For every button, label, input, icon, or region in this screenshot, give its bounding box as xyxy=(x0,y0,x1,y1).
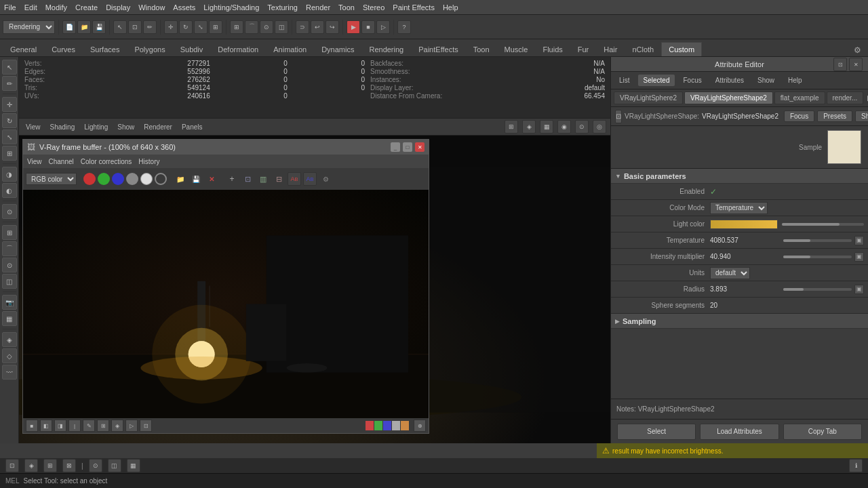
fb-outline-btn[interactable] xyxy=(155,173,167,185)
menu-display[interactable]: Display xyxy=(106,3,130,12)
fb-restore-btn[interactable]: □ xyxy=(403,142,412,152)
snap-view-btn2[interactable]: ◫ xyxy=(2,274,17,289)
fb-status-btn9[interactable]: ⊡ xyxy=(140,420,152,432)
fb-clear-btn[interactable]: ✕ xyxy=(205,172,218,186)
ae-load-attributes-btn[interactable]: Load Attributes xyxy=(700,424,778,440)
new-file-btn[interactable]: 📄 xyxy=(62,20,76,34)
fb-green-channel-btn[interactable] xyxy=(98,173,110,185)
menu-render[interactable]: Render xyxy=(306,3,330,12)
ae-section-sampling[interactable]: ▶ Sampling xyxy=(611,314,868,329)
tab-subdiv[interactable]: Subdiv xyxy=(173,42,211,56)
ae-intensity-slider[interactable] xyxy=(783,256,852,258)
vp-icon5[interactable]: ⊙ xyxy=(575,120,589,134)
fb-status-btn3[interactable]: ◨ xyxy=(54,420,66,432)
bottom-info-btn[interactable]: ℹ xyxy=(849,459,863,472)
viewport-content[interactable]: Y Z X 🖼 V-Ray frame buffer - (100% of 64… xyxy=(19,136,610,443)
fb-folder-btn[interactable]: 📁 xyxy=(174,172,187,186)
ae-node-tab-1[interactable]: VRayLightSphereShape2 xyxy=(684,92,773,104)
fb-white-balance-btn[interactable] xyxy=(140,173,153,185)
fb-menu-history[interactable]: History xyxy=(138,158,159,165)
vp-icon4[interactable]: ◉ xyxy=(557,120,571,134)
vp-view-btn[interactable]: View xyxy=(23,122,43,132)
undo-btn[interactable]: ↩ xyxy=(311,20,324,34)
ae-focus-btn[interactable]: Focus xyxy=(784,110,814,122)
camera-btn[interactable]: 📷 xyxy=(2,295,17,310)
bottom-icon4[interactable]: ⊠ xyxy=(62,459,76,472)
fb-blue-channel-btn[interactable] xyxy=(112,173,124,185)
sculpt-btn[interactable]: ◐ xyxy=(2,183,17,198)
bottom-icon5[interactable]: ⊙ xyxy=(89,459,102,472)
ae-node-tab-3[interactable]: render... xyxy=(827,92,864,104)
menu-lighting[interactable]: Lighting/Shading xyxy=(203,3,259,12)
render-btn[interactable]: ▶ xyxy=(347,20,360,34)
fb-compare-btn[interactable]: ⊟ xyxy=(272,172,285,186)
fb-image-area[interactable] xyxy=(23,190,429,418)
tab-fluids[interactable]: Fluids xyxy=(535,42,570,56)
fb-close-btn[interactable]: ✕ xyxy=(415,142,425,152)
tab-painteffects[interactable]: PaintEffects xyxy=(411,42,466,56)
open-file-btn[interactable]: 📁 xyxy=(77,20,91,34)
bottom-icon3[interactable]: ⊞ xyxy=(43,459,57,472)
ae-copy-tab-btn[interactable]: Copy Tab xyxy=(783,424,862,440)
snap-point-btn[interactable]: ⊙ xyxy=(260,20,273,34)
fb-lut-btn[interactable]: ▥ xyxy=(256,172,270,186)
ae-enabled-check[interactable]: ✓ xyxy=(710,187,717,197)
tab-polygons[interactable]: Polygons xyxy=(127,42,172,56)
ae-light-color-slider[interactable] xyxy=(782,223,864,226)
save-file-btn[interactable]: 💾 xyxy=(92,20,106,34)
fb-status-btn7[interactable]: ◈ xyxy=(111,420,123,432)
ae-radius-expand-btn[interactable]: ▣ xyxy=(854,285,864,294)
fb-status-btn2[interactable]: ◧ xyxy=(40,420,52,432)
bottom-icon6[interactable]: ◫ xyxy=(108,459,121,472)
ae-tab-list[interactable]: List xyxy=(614,75,635,86)
scale-tool-btn[interactable]: ⤡ xyxy=(2,129,17,144)
render-region-btn[interactable]: ▦ xyxy=(2,311,17,326)
tab-hair[interactable]: Hair xyxy=(596,42,625,56)
tab-fur[interactable]: Fur xyxy=(570,42,597,56)
ae-tab-help[interactable]: Help xyxy=(783,75,808,86)
paint-select-btn[interactable]: ✏ xyxy=(2,76,17,91)
fb-zoom-fit-btn[interactable]: + xyxy=(225,172,239,186)
history-btn[interactable]: ⊃ xyxy=(296,20,309,34)
fb-status-btn8[interactable]: ▷ xyxy=(125,420,138,432)
universal-manip-btn[interactable]: ⊞ xyxy=(2,146,17,161)
ae-node-tab-0[interactable]: VRayLightSphere2 xyxy=(614,92,683,104)
bottom-icon2[interactable]: ◈ xyxy=(24,459,38,472)
fb-status-btn4[interactable]: | xyxy=(68,420,81,432)
rotate-tool-btn[interactable]: ↻ xyxy=(2,113,17,128)
vp-show-btn[interactable]: Show xyxy=(115,122,137,132)
ae-intensity-expand-btn[interactable]: ▣ xyxy=(854,252,864,262)
shelf-settings-icon[interactable]: ⚙ xyxy=(850,44,865,56)
tab-rendering[interactable]: Rendering xyxy=(361,42,411,56)
tab-animation[interactable]: Animation xyxy=(266,42,314,56)
rotate-btn[interactable]: ↻ xyxy=(179,20,193,34)
ipr-btn[interactable]: ▷ xyxy=(376,20,390,34)
ae-intensity-value[interactable]: 40.940 xyxy=(710,253,779,260)
vp-icon6[interactable]: ◎ xyxy=(593,120,606,134)
snap-curve-btn2[interactable]: ⌒ xyxy=(2,241,17,256)
menu-help[interactable]: Help xyxy=(443,3,458,12)
tab-toon[interactable]: Toon xyxy=(466,42,497,56)
artisan-btn[interactable]: ◈ xyxy=(2,332,17,347)
snap-curve-btn[interactable]: ⌒ xyxy=(245,20,258,34)
snap-grid-btn2[interactable]: ⊞ xyxy=(2,225,17,240)
ae-sphere-segments-value[interactable]: 20 xyxy=(710,302,864,309)
tab-deformation[interactable]: Deformation xyxy=(210,42,266,56)
ae-section-basic[interactable]: ▼ Basic parameters xyxy=(611,169,868,184)
ae-presets-btn[interactable]: Presets xyxy=(817,110,852,122)
bottom-icon7[interactable]: ▦ xyxy=(127,459,140,472)
fb-corner-btn[interactable]: ⊕ xyxy=(414,420,426,432)
fb-red-channel-btn[interactable] xyxy=(83,173,96,185)
ae-copy-icon[interactable]: ⊡ xyxy=(615,110,622,123)
fb-minimize-btn[interactable]: _ xyxy=(391,142,400,152)
paint-btn[interactable]: ✏ xyxy=(143,20,157,34)
vp-shading-btn[interactable]: Shading xyxy=(47,122,78,132)
vp-panels-btn[interactable]: Panels xyxy=(179,122,205,132)
tab-dynamics[interactable]: Dynamics xyxy=(314,42,361,56)
show-manip-btn[interactable]: ⊙ xyxy=(2,204,17,219)
ae-units-dropdown[interactable]: default xyxy=(710,267,750,279)
move-btn[interactable]: ✛ xyxy=(164,20,178,34)
cloth-btn[interactable]: ◇ xyxy=(2,348,17,363)
hair-tool-btn[interactable]: 〰 xyxy=(2,365,17,380)
vp-icon3[interactable]: ▦ xyxy=(540,120,553,134)
